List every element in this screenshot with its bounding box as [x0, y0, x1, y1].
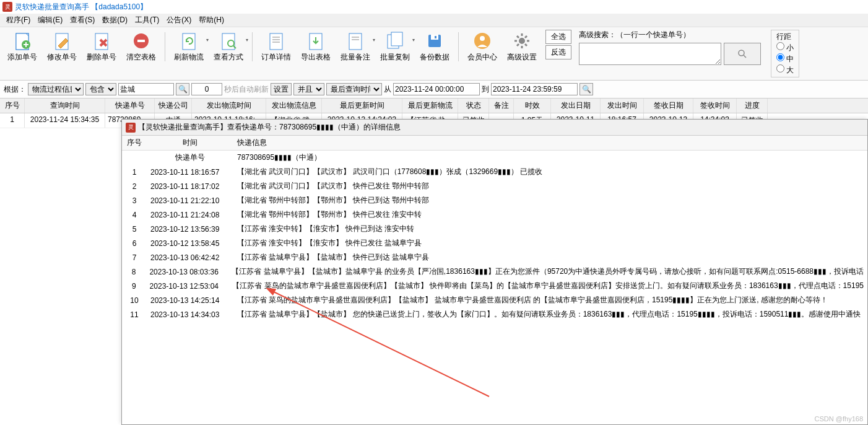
- tracking-row[interactable]: 62023-10-12 13:58:45【江苏省 淮安中转】【淮安市】 快件已发…: [122, 236, 867, 250]
- edit-icon: [52, 31, 72, 51]
- tool-edit[interactable]: 修改单号: [42, 30, 82, 64]
- tracking-row[interactable]: 92023-10-13 12:53:04【江苏省 菜鸟的盐城市阜宁县盛世嘉园便利…: [122, 279, 867, 293]
- add-icon: [12, 31, 32, 51]
- search-button[interactable]: [724, 43, 761, 65]
- tracking-row[interactable]: 32023-10-11 21:22:10【湖北省 鄂州中转部】【鄂州市】 快件已…: [122, 193, 867, 208]
- menu-program[interactable]: 程序(F): [2, 14, 34, 27]
- menu-help[interactable]: 帮助(H): [195, 14, 228, 27]
- view-icon: [219, 31, 238, 51]
- tracking-row[interactable]: 102023-10-13 14:25:14【江苏省 菜鸟的盐城市阜宁县盛世嘉园便…: [122, 293, 867, 307]
- filter-root-label: 根据：: [4, 84, 26, 95]
- grid-header: 序号查询时间快递单号快递公司发出物流时间发出物流信息最后更新时间最后更新物流状态…: [0, 99, 868, 113]
- menu-notice[interactable]: 公告(X): [163, 14, 195, 27]
- filter-value-input[interactable]: [118, 83, 174, 95]
- col-header[interactable]: 发出物流时间: [192, 99, 266, 113]
- detail-title-bar: 灵 【灵软快递批量查询高手】查看快递单号：787308695▮▮▮▮（中通）的详…: [122, 120, 867, 136]
- col-header[interactable]: 发出日期: [551, 99, 601, 113]
- spacing-small[interactable]: 小: [776, 42, 794, 53]
- detail-icon: [266, 31, 286, 51]
- col-header[interactable]: 签收时间: [693, 99, 737, 113]
- toolbar: 添加单号修改单号删除单号清空表格刷新物流▾查看方式▾订单详情导出表格批量备注▾批…: [0, 27, 868, 81]
- tool-add[interactable]: 添加单号: [2, 30, 42, 64]
- tracking-row[interactable]: 22023-10-11 18:17:02【湖北省 武汉司门口】【武汉市】 快件已…: [122, 179, 867, 193]
- col-header[interactable]: 签收日期: [644, 99, 693, 113]
- col-header[interactable]: 发出时间: [601, 99, 644, 113]
- filter-field-select[interactable]: 物流过程信息: [28, 83, 84, 95]
- from-date-input[interactable]: [393, 83, 480, 95]
- tool-view[interactable]: 查看方式▾: [209, 30, 248, 64]
- svg-point-24: [480, 36, 485, 41]
- col-header[interactable]: 最后更新时间: [322, 99, 402, 113]
- filter-search-button[interactable]: 🔍: [176, 83, 189, 95]
- watermark: CSDN @fhy168: [815, 415, 863, 423]
- col-header[interactable]: 快递公司: [155, 99, 192, 113]
- col-header[interactable]: 快递单号: [105, 99, 155, 113]
- menu-view[interactable]: 查看(S): [66, 14, 98, 27]
- tool-settings[interactable]: 高级设置: [502, 30, 542, 64]
- menu-data[interactable]: 数据(D): [98, 14, 131, 27]
- advanced-search-panel: 高级搜索：（一行一个快递单号）: [579, 30, 761, 65]
- filter-count[interactable]: [191, 83, 222, 95]
- member-icon: [472, 31, 492, 51]
- svg-rect-10: [270, 33, 282, 50]
- note-icon: [345, 31, 365, 51]
- svg-rect-5: [137, 40, 145, 42]
- tracking-row[interactable]: 52023-10-12 13:56:39【江苏省 淮安中转】【淮安市】 快件已到…: [122, 222, 867, 236]
- col-header[interactable]: 最后更新物流: [402, 99, 458, 113]
- svg-line-31: [525, 44, 527, 46]
- col-header[interactable]: 查询时间: [25, 99, 105, 113]
- svg-line-32: [517, 44, 519, 46]
- search-input[interactable]: [579, 43, 721, 65]
- tool-clear[interactable]: 清空表格: [121, 30, 161, 64]
- tool-backup[interactable]: 备份数据: [415, 30, 454, 64]
- detail-window: 灵 【灵软快递批量查询高手】查看快递单号：787308695▮▮▮▮（中通）的详…: [121, 119, 868, 425]
- detail-header: 序号 时间 快递信息: [122, 136, 867, 151]
- chevron-down-icon: ▾: [246, 37, 248, 43]
- settings-button[interactable]: 设置: [271, 83, 292, 95]
- spacing-large[interactable]: 大: [776, 64, 794, 76]
- svg-point-25: [519, 38, 525, 44]
- tracking-row[interactable]: 12023-10-11 18:16:57【湖北省 武汉司门口】【武汉市】 武汉司…: [122, 165, 867, 179]
- tool-note[interactable]: 批量备注▾: [336, 30, 375, 64]
- window-title: 灵软快递批量查询高手 【dadada5100】: [15, 2, 147, 12]
- tool-refresh[interactable]: 刷新物流▾: [169, 30, 209, 64]
- date-search-button[interactable]: 🔍: [579, 83, 593, 95]
- svg-rect-22: [435, 36, 436, 38]
- del-icon: [92, 31, 111, 51]
- tracking-row[interactable]: 82023-10-13 08:03:36【江苏省 盐城阜宁县】【盐城市】盐城阜宁…: [122, 265, 867, 279]
- tool-detail[interactable]: 订单详情: [256, 30, 296, 64]
- copy-icon: [385, 31, 405, 51]
- last-time-select[interactable]: 最后查询时间: [326, 83, 382, 95]
- tool-copy[interactable]: 批量复制▾: [375, 30, 415, 64]
- select-all-button[interactable]: 全选: [545, 30, 571, 44]
- tool-export[interactable]: 导出表格: [296, 30, 336, 64]
- tracking-row[interactable]: 72023-10-13 06:42:42【江苏省 盐城阜宁县】【盐城市】 快件已…: [122, 250, 867, 265]
- spacing-mid[interactable]: 中: [776, 53, 794, 64]
- menu-tools[interactable]: 工具(T): [131, 14, 163, 27]
- tracking-row[interactable]: 112023-10-13 14:34:03【江苏省 盐城阜宁县】【盐城市】 您的…: [122, 307, 867, 322]
- detail-subheader: 快递单号 787308695▮▮▮▮（中通）: [122, 151, 867, 165]
- export-icon: [306, 31, 326, 51]
- and-select[interactable]: 并且: [293, 83, 324, 95]
- detail-title-text: 【灵软快递批量查询高手】查看快递单号：787308695▮▮▮▮（中通）的详细信…: [138, 122, 401, 133]
- cell: 1: [0, 113, 25, 128]
- to-date-input[interactable]: [491, 83, 578, 95]
- tool-del[interactable]: 删除单号: [82, 30, 121, 64]
- svg-line-33: [525, 36, 527, 38]
- app-icon: 灵: [2, 2, 12, 12]
- col-header[interactable]: 时效: [514, 99, 551, 113]
- col-header[interactable]: 进度: [737, 99, 768, 113]
- col-header[interactable]: 序号: [0, 99, 25, 113]
- tracking-row[interactable]: 42023-10-11 21:24:08【湖北省 鄂州中转部】【鄂州市】 快件已…: [122, 208, 867, 222]
- menu-edit[interactable]: 编辑(E): [34, 14, 66, 27]
- invert-select-button[interactable]: 反选: [545, 45, 571, 59]
- col-header[interactable]: 备注: [489, 99, 514, 113]
- line-spacing-title: 行距: [776, 32, 794, 42]
- filter-op-select[interactable]: 包含: [85, 83, 116, 95]
- refresh-icon: [179, 31, 199, 51]
- col-header[interactable]: 状态: [458, 99, 489, 113]
- col-header[interactable]: 发出物流信息: [266, 99, 322, 113]
- tool-member[interactable]: 会员中心: [462, 30, 502, 64]
- from-label: 从: [384, 84, 391, 95]
- settings-icon: [512, 31, 532, 51]
